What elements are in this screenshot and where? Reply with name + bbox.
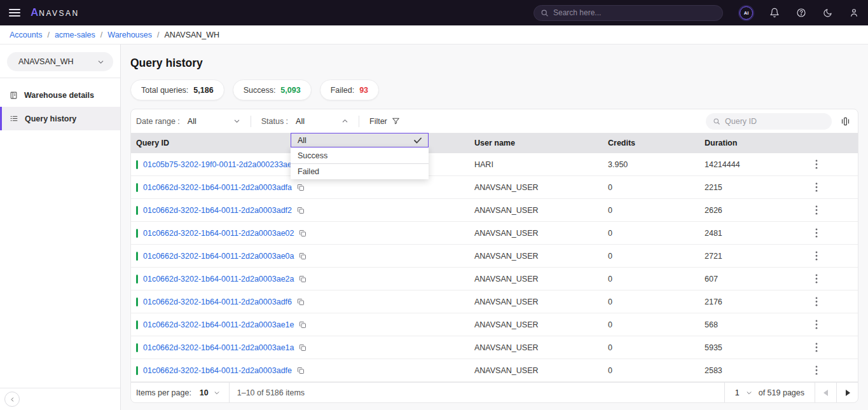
sidebar-item-query-history[interactable]: Query history: [0, 107, 120, 130]
dark-mode-moon-icon[interactable]: [823, 8, 832, 18]
row-kebab-menu-icon[interactable]: [811, 366, 822, 375]
sidebar-item-label: Query history: [25, 114, 76, 123]
ai-assistant-icon[interactable]: AI: [740, 6, 753, 20]
breadcrumb-current: ANAVSAN_WH: [165, 31, 220, 39]
next-page-button[interactable]: [836, 383, 858, 402]
query-id-link[interactable]: 01c0662d-3202-1b64-0011-2d2a0003adfa: [143, 183, 292, 192]
breadcrumb: Accounts / acme-sales / Warehouses / ANA…: [0, 25, 868, 44]
status-indicator-bar: [136, 183, 138, 192]
row-kebab-menu-icon[interactable]: [811, 228, 822, 238]
copy-icon[interactable]: [297, 298, 305, 306]
funnel-icon: [392, 117, 400, 125]
table-row: 01c05b75-3202-19f0-0011-2d2a000233ae HAR…: [131, 153, 858, 176]
row-kebab-menu-icon[interactable]: [811, 274, 822, 284]
total-queries-value: 5,186: [193, 86, 213, 95]
status-option-success[interactable]: Success: [291, 147, 429, 163]
query-id-link[interactable]: 01c0662d-3202-1b64-0011-2d2a0003ae02: [143, 229, 294, 238]
user-name-cell: ANAVSAN_USER: [474, 343, 608, 352]
query-id-link[interactable]: 01c0662d-3202-1b64-0011-2d2a0003adf6: [143, 297, 292, 306]
row-kebab-menu-icon[interactable]: [811, 320, 822, 329]
row-kebab-menu-icon[interactable]: [811, 205, 822, 215]
table-row: 01c0662d-3202-1b64-0011-2d2a0003ae02 ANA…: [131, 222, 858, 245]
header-duration[interactable]: Duration: [705, 139, 803, 147]
query-id-link[interactable]: 01c0662d-3202-1b64-0011-2d2a0003ae1e: [143, 320, 294, 329]
query-id-link[interactable]: 01c0662d-3202-1b64-0011-2d2a0003ae0a: [143, 252, 294, 261]
logo-a-glyph: A: [31, 6, 38, 19]
row-kebab-menu-icon[interactable]: [811, 251, 822, 261]
credits-cell: 0: [608, 275, 705, 284]
copy-icon[interactable]: [299, 275, 307, 283]
duration-cell: 2721: [705, 252, 803, 261]
credits-cell: 0: [608, 320, 705, 329]
user-name-cell: ANAVSAN_USER: [474, 366, 608, 375]
status-dropdown-menu: All Success Failed: [291, 133, 429, 179]
date-range-filter[interactable]: Date range : All: [136, 117, 240, 126]
items-per-page-control[interactable]: Items per page: 10: [131, 383, 230, 402]
main-content: Query history Total queries: 5,186 Succe…: [121, 44, 868, 410]
header-credits[interactable]: Credits: [608, 139, 705, 147]
duration-cell: 2215: [705, 183, 803, 192]
query-id-link[interactable]: 01c05b75-3202-19f0-0011-2d2a000233ae: [143, 160, 292, 169]
stat-failed: Failed: 93: [320, 79, 379, 100]
breadcrumb-accounts[interactable]: Accounts: [10, 31, 42, 39]
query-id-search-input[interactable]: [725, 117, 825, 126]
copy-icon[interactable]: [299, 229, 307, 237]
duration-cell: 2626: [705, 206, 803, 215]
sidebar-item-warehouse-details[interactable]: Warehouse details: [0, 83, 120, 107]
table-row: 01c0662d-3202-1b64-0011-2d2a0003ae1e ANA…: [131, 313, 858, 336]
table-row: 01c0662d-3202-1b64-0011-2d2a0003adfe ANA…: [131, 359, 858, 382]
global-search[interactable]: [534, 5, 723, 21]
copy-icon[interactable]: [297, 367, 305, 374]
filter-button[interactable]: Filter: [369, 117, 400, 126]
status-filter[interactable]: Status : All: [261, 117, 348, 126]
notifications-bell-icon[interactable]: [769, 8, 780, 18]
header-user-name[interactable]: User name: [474, 139, 608, 147]
query-id-link[interactable]: 01c0662d-3202-1b64-0011-2d2a0003ae2a: [143, 275, 294, 284]
table-row: 01c0662d-3202-1b64-0011-2d2a0003ae0a ANA…: [131, 245, 858, 268]
status-option-all[interactable]: All: [291, 133, 429, 147]
copy-icon[interactable]: [299, 344, 307, 352]
credits-cell: 0: [608, 229, 705, 238]
prev-page-button[interactable]: [815, 383, 836, 402]
credits-cell: 0: [608, 343, 705, 352]
global-search-input[interactable]: [553, 8, 716, 17]
copy-icon[interactable]: [297, 207, 305, 214]
copy-icon[interactable]: [299, 252, 307, 260]
column-settings-icon[interactable]: [841, 116, 850, 126]
status-indicator-bar: [136, 297, 138, 306]
stat-success: Success: 5,093: [233, 79, 312, 100]
duration-cell: 2481: [705, 229, 803, 238]
page-selector[interactable]: 1 of 519 pages: [724, 383, 815, 402]
row-kebab-menu-icon[interactable]: [811, 343, 822, 352]
copy-icon[interactable]: [299, 321, 307, 329]
breadcrumb-warehouses[interactable]: Warehouses: [107, 31, 152, 39]
help-icon[interactable]: [796, 8, 806, 18]
filter-toolbar: Date range : All Status : All: [131, 109, 858, 133]
row-kebab-menu-icon[interactable]: [811, 182, 822, 192]
table-row: 01c0662d-3202-1b64-0011-2d2a0003adfa ANA…: [131, 176, 858, 199]
row-kebab-menu-icon[interactable]: [811, 297, 822, 306]
table-body: 01c05b75-3202-19f0-0011-2d2a000233ae HAR…: [131, 153, 858, 382]
warehouse-selector-dropdown[interactable]: ANAVSAN_WH: [7, 52, 113, 71]
status-indicator-bar: [136, 275, 138, 284]
stat-total-queries: Total queries: 5,186: [130, 79, 224, 100]
duration-cell: 607: [705, 275, 803, 284]
sidebar-collapse-button[interactable]: [4, 392, 20, 407]
query-id-link[interactable]: 01c0662d-3202-1b64-0011-2d2a0003adf2: [143, 206, 292, 215]
credits-cell: 0: [608, 252, 705, 261]
table-row: 01c0662d-3202-1b64-0011-2d2a0003ae2a ANA…: [131, 268, 858, 290]
status-indicator-bar: [136, 343, 138, 352]
user-profile-icon[interactable]: [849, 8, 859, 18]
status-option-failed[interactable]: Failed: [291, 163, 429, 179]
query-id-link[interactable]: 01c0662d-3202-1b64-0011-2d2a0003ae1a: [143, 343, 294, 352]
checkmark-icon: [414, 137, 422, 144]
warehouse-details-icon: [10, 91, 18, 100]
query-id-link[interactable]: 01c0662d-3202-1b64-0011-2d2a0003adfe: [143, 366, 292, 375]
query-id-search[interactable]: [706, 113, 832, 130]
brand-logo[interactable]: A NAVSAN: [31, 6, 79, 19]
row-kebab-menu-icon[interactable]: [811, 160, 822, 169]
hamburger-menu-icon[interactable]: [9, 9, 20, 17]
copy-icon[interactable]: [297, 184, 305, 191]
breadcrumb-account-name[interactable]: acme-sales: [55, 31, 95, 39]
failed-value: 93: [359, 86, 368, 95]
